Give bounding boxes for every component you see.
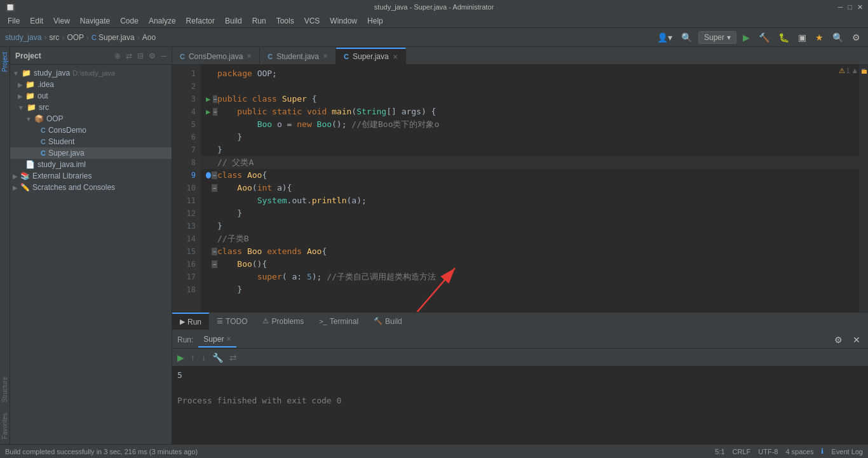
menu-window[interactable]: Window — [325, 15, 362, 27]
status-bar: Build completed successfully in 3 sec, 2… — [0, 444, 868, 458]
fold-btn-15[interactable]: − — [212, 248, 217, 255]
tree-item-idea[interactable]: ▶ 📁 .idea — [10, 79, 172, 90]
fold-btn-3[interactable]: − — [213, 95, 217, 103]
code-content[interactable]: package OOP; ▶ − public class Super { — [201, 65, 859, 312]
student-close-btn[interactable]: ✕ — [323, 53, 328, 60]
scroll-down-btn[interactable]: ↓ — [199, 351, 208, 364]
run-config-selector[interactable]: Super ▾ — [698, 31, 736, 44]
encoding[interactable]: UTF-8 — [758, 448, 778, 455]
minimize-panel-icon[interactable]: ─ — [161, 51, 166, 60]
rerun-button[interactable]: ▶ — [175, 351, 187, 364]
menu-refactor[interactable]: Refactor — [181, 15, 220, 27]
menu-code[interactable]: Code — [115, 15, 144, 27]
bottom-tab-terminal[interactable]: >_ Terminal — [311, 313, 366, 330]
nav-bar: study_java › src › OOP › C Super.java › … — [0, 28, 868, 47]
bottom-tab-build[interactable]: 🔨 Build — [366, 313, 410, 330]
menu-file[interactable]: File — [3, 15, 25, 27]
tree-item-out[interactable]: ▶ 📁 out — [10, 90, 172, 102]
run-tab-close[interactable]: ✕ — [226, 335, 231, 342]
tree-item-student[interactable]: ▶ C Student — [10, 136, 172, 147]
build-button[interactable]: 🔨 — [756, 31, 772, 44]
fold-btn-9[interactable]: − — [212, 172, 217, 179]
account-button[interactable]: 👤▾ — [654, 31, 675, 44]
run-settings-btn[interactable]: ⚙ — [832, 333, 845, 346]
tree-item-iml[interactable]: ▶ 📄 study_java.iml — [10, 159, 172, 170]
settings-button[interactable]: ⚙ — [850, 31, 863, 44]
sidebar-tab-favorites[interactable]: Favorites — [0, 408, 10, 444]
sidebar-tabs: Project Structure Favorites — [0, 47, 10, 444]
tree-item-root[interactable]: ▼ 📁 study_java D:\study_java — [10, 67, 172, 79]
consdemo-close-btn[interactable]: ✕ — [247, 53, 252, 60]
sync-icon[interactable]: ⇄ — [126, 51, 132, 60]
menu-navigate[interactable]: Navigate — [75, 15, 115, 27]
code-line-16: − Boo(){ — [201, 258, 859, 271]
maximize-button[interactable]: □ — [848, 3, 852, 11]
tab-student[interactable]: C Student.java ✕ — [260, 48, 336, 64]
tab-consdemo[interactable]: C ConsDemo.java ✕ — [172, 48, 260, 64]
code-editor[interactable]: 1 2 3 4 5 6 7 8 9 10 11 12 13 14 15 16 1… — [172, 65, 868, 312]
menu-edit[interactable]: Edit — [25, 15, 48, 27]
tree-item-src[interactable]: ▼ 📁 src — [10, 102, 172, 113]
breakpoint-9[interactable] — [206, 172, 211, 178]
run-panel-close-btn[interactable]: ✕ — [850, 333, 863, 346]
bookmark-button[interactable]: ★ — [813, 31, 826, 44]
fold-btn-4[interactable]: − — [213, 108, 217, 116]
folder-icon: 📁 — [25, 80, 35, 89]
scroll-up-btn[interactable]: ↑ — [188, 351, 198, 364]
event-log-icon: ℹ — [821, 447, 824, 455]
collapse-icon[interactable]: ⊟ — [137, 51, 144, 60]
fold-btn-16[interactable]: − — [212, 260, 217, 268]
run-gutter-4[interactable]: ▶ — [206, 105, 210, 118]
breadcrumb-src[interactable]: src — [49, 33, 59, 42]
find-button[interactable]: 🔍 — [830, 31, 846, 44]
fold-btn-10[interactable]: − — [212, 184, 217, 192]
code-line-6: } — [201, 131, 859, 144]
settings-icon[interactable]: ⚙ — [149, 51, 156, 60]
close-button[interactable]: ✕ — [857, 3, 863, 11]
add-icon[interactable]: ⊕ — [114, 51, 121, 60]
breadcrumb-file[interactable]: C Super.java — [92, 33, 135, 42]
tree-item-scratches[interactable]: ▶ ✏️ Scratches and Consoles — [10, 182, 172, 193]
sidebar-tab-structure[interactable]: Structure — [0, 372, 10, 408]
tree-item-oop[interactable]: ▼ 📦 OOP — [10, 113, 172, 125]
debug-button[interactable]: 🐛 — [776, 31, 792, 44]
filter-btn[interactable]: 🔧 — [210, 351, 226, 364]
tab-super[interactable]: C Super.java ✕ — [336, 48, 406, 64]
tree-item-extlibs[interactable]: ▶ 📚 External Libraries — [10, 170, 172, 182]
menu-view[interactable]: View — [48, 15, 75, 27]
run-output: 5 Process finished with exit code 0 — [172, 367, 868, 444]
status-right: 5:1 CRLF UTF-8 4 spaces ℹ Event Log — [715, 447, 863, 455]
menu-vcs[interactable]: VCS — [299, 15, 325, 27]
coverage-button[interactable]: ▣ — [796, 31, 809, 44]
breadcrumb-class[interactable]: Aoo — [142, 33, 156, 42]
consdemo-tab-label: ConsDemo.java — [189, 52, 243, 61]
bottom-tab-problems[interactable]: ⚠ Problems — [255, 313, 311, 330]
menu-analyze[interactable]: Analyze — [144, 15, 181, 27]
tree-item-super[interactable]: ▶ C Super.java — [10, 147, 172, 159]
menu-tools[interactable]: Tools — [271, 15, 299, 27]
cursor-position[interactable]: 5:1 — [715, 448, 724, 455]
window-title: study_java - Super.java - Administrator — [374, 3, 494, 11]
sidebar-tab-project[interactable]: Project — [0, 47, 10, 77]
bottom-tab-run[interactable]: ▶ Run — [172, 313, 209, 330]
search-everywhere-button[interactable]: 🔍 — [679, 31, 695, 44]
code-line-14: //子类B — [201, 232, 859, 245]
menu-build[interactable]: Build — [220, 15, 247, 27]
run-tab-icon: ▶ — [180, 318, 185, 326]
breadcrumb-project[interactable]: study_java — [5, 33, 41, 42]
menu-run[interactable]: Run — [247, 15, 271, 27]
run-gutter-3[interactable]: ▶ — [206, 93, 210, 105]
minimize-button[interactable]: ─ — [838, 3, 843, 11]
breadcrumb-oop[interactable]: OOP — [67, 33, 84, 42]
run-button[interactable]: ▶ — [740, 31, 752, 44]
menu-help[interactable]: Help — [362, 15, 388, 27]
indent[interactable]: 4 spaces — [785, 448, 813, 455]
tree-item-consdemo[interactable]: ▶ C ConsDemo — [10, 125, 172, 136]
bottom-tab-todo[interactable]: ☰ TODO — [209, 313, 255, 330]
line-ending[interactable]: CRLF — [733, 448, 751, 455]
super-close-btn[interactable]: ✕ — [393, 53, 398, 60]
wrap-btn[interactable]: ⇄ — [227, 351, 240, 364]
event-log[interactable]: Event Log — [831, 448, 863, 455]
run-toolbar: ▶ ↑ ↓ 🔧 ⇄ — [172, 349, 868, 367]
run-tab-super[interactable]: Super ✕ — [198, 332, 236, 347]
